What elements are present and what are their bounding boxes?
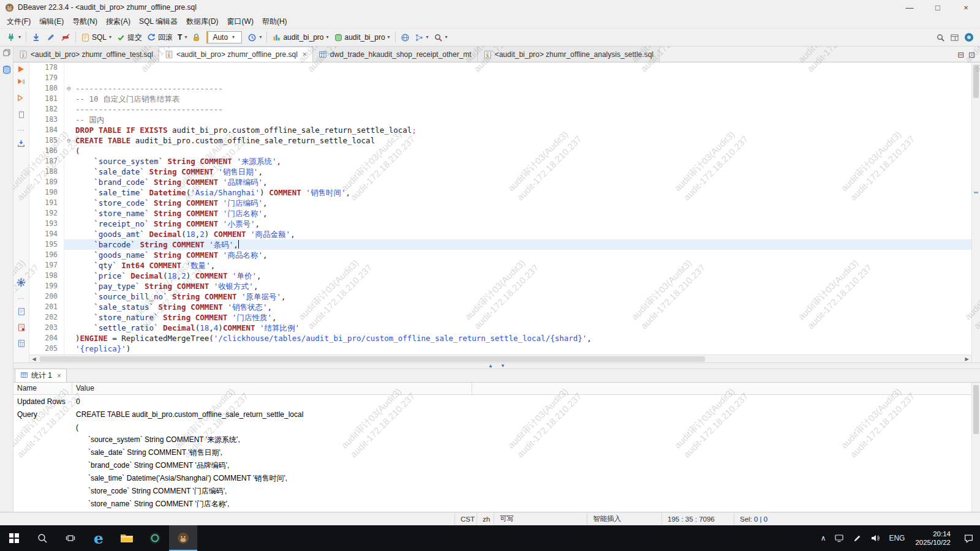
tray-chevron-icon[interactable]: ∧ bbox=[816, 525, 831, 551]
code-line[interactable]: 195 `barcode` String COMMENT '条码', bbox=[29, 239, 971, 250]
isolation-combo[interactable]: Auto ▾ bbox=[206, 31, 242, 43]
maximize-button[interactable]: □ bbox=[924, 0, 952, 15]
code-line[interactable]: 203 `settle_ratio` Decimal(18,4)COMMENT … bbox=[29, 323, 971, 333]
taskbar-search-button[interactable] bbox=[28, 525, 56, 551]
code-line[interactable]: 193 `receipt_no` String COMMENT '小票号', bbox=[29, 219, 971, 229]
code-line[interactable]: 178 bbox=[29, 62, 971, 73]
results-scroll-thumb[interactable] bbox=[973, 385, 979, 434]
menu-item[interactable]: 窗口(W) bbox=[223, 15, 258, 28]
vscroll-thumb[interactable] bbox=[973, 65, 979, 98]
code-line[interactable]: 191 `store_code` String COMMENT '门店编码', bbox=[29, 198, 971, 208]
code-line[interactable]: 188 `sale_date` String COMMENT '销售日期', bbox=[29, 167, 971, 177]
menu-item[interactable]: 文件(F) bbox=[2, 15, 35, 28]
vertical-scrollbar[interactable] bbox=[971, 62, 980, 362]
code-line[interactable]: 198 `price` Decimal(18,2) COMMENT '单价', bbox=[29, 271, 971, 281]
scroll-left-icon[interactable]: ◀ bbox=[29, 355, 39, 363]
code-line[interactable]: 190 `sale_time` Datetime('Asia/Shanghai'… bbox=[29, 187, 971, 198]
editor-results-splitter[interactable]: ▲ ▼ bbox=[13, 362, 980, 369]
code-line[interactable]: 182-------------------------------- bbox=[29, 104, 971, 114]
open-file-icon[interactable] bbox=[17, 307, 26, 318]
code-line[interactable]: 181-- 10 自定义门店销售结算表 bbox=[29, 94, 971, 104]
menu-item[interactable]: 帮助(H) bbox=[258, 15, 292, 28]
start-button[interactable] bbox=[0, 525, 28, 551]
fold-marker[interactable]: ⊖ bbox=[64, 83, 74, 94]
global-search-button[interactable] bbox=[933, 32, 948, 43]
scroll-right-icon[interactable]: ▶ bbox=[962, 355, 971, 363]
menu-item[interactable]: 编辑(E) bbox=[35, 15, 68, 28]
code-line[interactable]: 202 `store_nature` String COMMENT '门店性质'… bbox=[29, 312, 971, 323]
code-line[interactable]: 196 `goods_name` String COMMENT '商品名称', bbox=[29, 250, 971, 260]
restore-panel-icon[interactable] bbox=[2, 48, 11, 59]
horizontal-scrollbar[interactable]: ◀ ▶ bbox=[29, 354, 971, 362]
results-scrollbar[interactable] bbox=[971, 383, 980, 512]
commit-button[interactable]: 提交 bbox=[114, 31, 145, 44]
web-globe-button[interactable] bbox=[398, 32, 412, 43]
code-area[interactable]: 178179180⊖------------------------------… bbox=[29, 62, 971, 354]
code-line[interactable]: 194 `goods_amt` Decimal(18,2) COMMENT '商… bbox=[29, 229, 971, 239]
code-line[interactable]: 199 `pay_type` String COMMENT '收银方式', bbox=[29, 281, 971, 291]
execute-new-tab-icon[interactable] bbox=[17, 94, 26, 105]
tab-close-icon[interactable]: × bbox=[303, 50, 307, 59]
hscroll-thumb[interactable] bbox=[40, 356, 705, 362]
code-line[interactable]: 183-- 国内 bbox=[29, 114, 971, 125]
code-line[interactable]: 192 `store_name` String COMMENT '门店名称', bbox=[29, 208, 971, 219]
export-data-icon[interactable] bbox=[17, 139, 26, 151]
table-row[interactable]: `sale_date` String COMMENT '销售日期', bbox=[13, 446, 971, 459]
code-line[interactable]: 186( bbox=[29, 146, 971, 156]
database-selector[interactable]: audit_bi_pro ▾ bbox=[270, 32, 331, 43]
tab-close-icon[interactable]: × bbox=[57, 372, 61, 380]
execute-statement-icon[interactable] bbox=[18, 66, 24, 72]
sql-editor-button[interactable]: SQL ▾ bbox=[78, 32, 114, 43]
table-row[interactable]: Updated Rows0 bbox=[13, 395, 971, 408]
disconnect-button[interactable] bbox=[58, 31, 73, 43]
tray-volume-icon[interactable] bbox=[866, 525, 884, 551]
collapse-up-icon[interactable]: ▲ bbox=[488, 363, 493, 369]
tray-monitor-icon[interactable] bbox=[830, 525, 848, 551]
editor-tab[interactable]: S<audit_bi_pro> zhumr_offline_test.sql bbox=[13, 47, 159, 62]
close-button[interactable]: × bbox=[952, 0, 980, 15]
table-row[interactable]: `brand_code` String COMMENT '品牌编码', bbox=[13, 459, 971, 472]
column-header-value[interactable]: Value bbox=[72, 383, 472, 394]
fold-marker[interactable]: ⊖ bbox=[64, 135, 74, 146]
schema-selector[interactable]: audit_bi_pro ▾ bbox=[331, 32, 393, 43]
query-history-button[interactable]: ▾ bbox=[245, 32, 264, 43]
task-view-button[interactable] bbox=[56, 525, 85, 551]
language-indicator[interactable]: ENG bbox=[884, 525, 909, 551]
explain-plan-icon[interactable] bbox=[17, 110, 26, 121]
rollback-button[interactable]: 回滚 bbox=[145, 31, 175, 44]
maximize-view-icon[interactable]: ⊡ bbox=[968, 50, 975, 59]
code-line[interactable]: 204)ENGINE = ReplicatedMergeTree('/click… bbox=[29, 333, 971, 343]
code-line[interactable]: 185⊖CREATE TABLE audit_bi_pro.custom_off… bbox=[29, 135, 971, 146]
menu-item[interactable]: SQL 编辑器 bbox=[135, 15, 182, 28]
metadata-search-button[interactable]: ▾ bbox=[431, 32, 450, 43]
table-row[interactable]: `source_system` String COMMENT '来源系统', bbox=[13, 433, 971, 446]
editor-tab[interactable]: dwd_trade_hkaudit_shop_receipt_other_mt bbox=[313, 47, 478, 62]
minimize-button[interactable]: — bbox=[895, 0, 924, 15]
table-row[interactable]: `store_name` String COMMENT '门店名称', bbox=[13, 498, 971, 511]
code-line[interactable]: 200 `source_bill_no` String COMMENT '原单据… bbox=[29, 291, 971, 302]
app-button-dbeaver[interactable] bbox=[169, 525, 197, 551]
code-line[interactable]: 201 `sale_status` String COMMENT '销售状态', bbox=[29, 302, 971, 312]
code-line[interactable]: 180⊖-------------------------------- bbox=[29, 83, 971, 94]
code-line[interactable]: 205'{replica}') bbox=[29, 343, 971, 354]
editor-tab[interactable]: S<audit_bi_pro> zhumr_offline_analysis_s… bbox=[478, 47, 660, 62]
database-navigator-icon[interactable] bbox=[2, 65, 12, 77]
transaction-mode-button[interactable]: T ▾ bbox=[175, 32, 189, 43]
menu-item[interactable]: 导航(N) bbox=[68, 15, 102, 28]
collapse-down-icon[interactable]: ▼ bbox=[500, 363, 505, 369]
table-row[interactable]: QueryCREATE TABLE audit_bi_pro.custom_of… bbox=[13, 408, 971, 421]
hscroll-track[interactable] bbox=[39, 355, 962, 362]
action-center-button[interactable] bbox=[957, 525, 980, 551]
tray-pen-icon[interactable] bbox=[848, 525, 866, 551]
settings-gear-icon[interactable] bbox=[17, 278, 26, 290]
project-branch-button[interactable]: ▾ bbox=[412, 32, 431, 43]
problem-file-icon[interactable] bbox=[17, 323, 26, 334]
code-line[interactable]: 189 `brand_code` String COMMENT '品牌编码', bbox=[29, 177, 971, 187]
code-line[interactable]: 184DROP TABLE IF EXISTS audit_bi_pro.cus… bbox=[29, 125, 971, 135]
file-explorer-button[interactable] bbox=[113, 525, 141, 551]
results-tab-stats[interactable]: 统计 1 × bbox=[15, 369, 67, 382]
editor-tab[interactable]: S<audit_bi_pro> zhumr_offline_pre.sql× bbox=[159, 47, 313, 62]
menu-item[interactable]: 数据库(D) bbox=[182, 15, 223, 28]
toolbar-overflow-icon[interactable]: ⋯ bbox=[18, 294, 25, 302]
taskbar-clock[interactable]: 20:14 2025/10/22 bbox=[909, 525, 957, 551]
